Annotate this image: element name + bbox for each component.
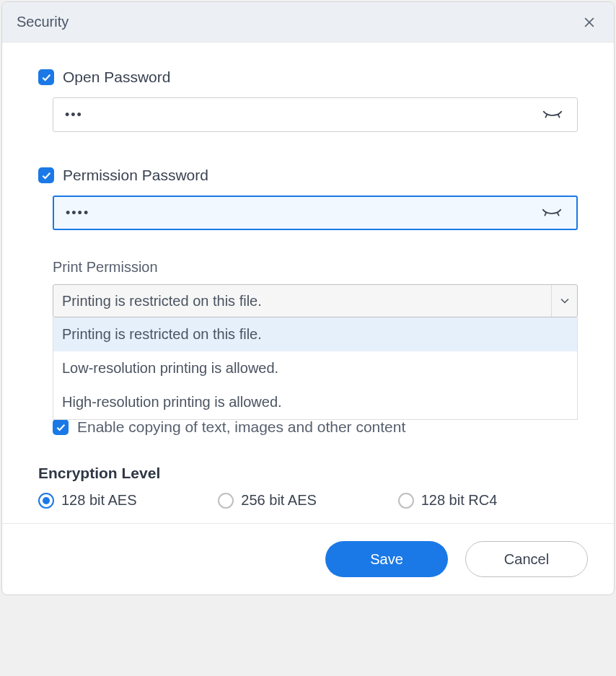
encryption-title: Encryption Level <box>38 465 578 482</box>
dialog-body: Open Password Permission Passwo <box>2 43 614 523</box>
svg-line-5 <box>558 213 559 215</box>
dialog-title: Security <box>17 14 69 30</box>
cancel-button[interactable]: Cancel <box>465 541 588 577</box>
radio-128-aes <box>38 493 54 509</box>
open-password-visibility-toggle[interactable] <box>540 106 566 123</box>
enable-copying-row: Enable copying of text, images and other… <box>53 418 578 436</box>
open-password-checkbox-row: Open Password <box>38 69 578 86</box>
eye-closed-icon <box>542 207 562 219</box>
print-permission-label: Print Permission <box>53 259 578 276</box>
enable-copying-checkbox[interactable] <box>53 419 69 435</box>
open-password-checkbox[interactable] <box>38 69 54 85</box>
radio-label-128-rc4: 128 bit RC4 <box>421 492 498 509</box>
encryption-radio-group: 128 bit AES 256 bit AES 128 bit RC4 <box>38 492 578 509</box>
checkmark-icon <box>40 170 52 181</box>
print-option-high-res[interactable]: High-resolution printing is allowed. <box>53 385 577 419</box>
permission-password-checkbox[interactable] <box>38 167 54 183</box>
permission-password-visibility-toggle[interactable] <box>539 204 565 221</box>
radio-dot-icon <box>43 497 50 504</box>
print-option-low-res[interactable]: Low-resolution printing is allowed. <box>53 351 577 385</box>
print-permission-dropdown: Printing is restricted on this file. Pri… <box>53 284 578 317</box>
permission-password-field[interactable] <box>53 196 578 230</box>
checkmark-icon <box>40 71 52 83</box>
close-icon <box>582 15 597 30</box>
radio-label-256-aes: 256 bit AES <box>241 492 317 509</box>
encryption-option-256-aes[interactable]: 256 bit AES <box>218 492 397 509</box>
permission-password-input[interactable] <box>66 206 539 221</box>
radio-128-rc4 <box>398 493 414 509</box>
permission-password-checkbox-row: Permission Password <box>38 167 578 184</box>
permission-password-label: Permission Password <box>63 167 208 184</box>
open-password-field[interactable] <box>53 97 578 132</box>
svg-line-4 <box>545 213 546 215</box>
print-permission-selected: Printing is restricted on this file. <box>62 293 262 310</box>
dialog-footer: Save Cancel <box>2 523 614 594</box>
open-password-input[interactable] <box>65 107 540 123</box>
close-button[interactable] <box>579 12 599 32</box>
radio-256-aes <box>218 493 234 509</box>
save-button[interactable]: Save <box>325 541 448 577</box>
open-password-section: Open Password <box>38 69 578 132</box>
svg-line-2 <box>545 115 547 117</box>
print-option-restricted[interactable]: Printing is restricted on this file. <box>53 317 577 351</box>
encryption-option-128-rc4[interactable]: 128 bit RC4 <box>398 492 578 509</box>
print-permission-select[interactable]: Printing is restricted on this file. <box>53 284 578 317</box>
dropdown-caret <box>551 285 577 317</box>
checkmark-icon <box>55 421 66 433</box>
svg-line-3 <box>558 115 560 117</box>
permission-password-section: Permission Password Print Permission Pri… <box>38 167 578 436</box>
encryption-option-128-aes[interactable]: 128 bit AES <box>38 492 218 509</box>
eye-closed-icon <box>542 109 563 120</box>
chevron-down-icon <box>560 298 569 304</box>
open-password-label: Open Password <box>63 69 170 86</box>
radio-label-128-aes: 128 bit AES <box>61 492 137 509</box>
security-dialog: Security Open Password <box>1 1 615 595</box>
enable-copying-label: Enable copying of text, images and other… <box>77 418 405 436</box>
encryption-section: Encryption Level 128 bit AES 256 bit AES… <box>38 465 578 509</box>
dialog-header: Security <box>2 2 614 43</box>
print-permission-menu: Printing is restricted on this file. Low… <box>53 317 578 420</box>
